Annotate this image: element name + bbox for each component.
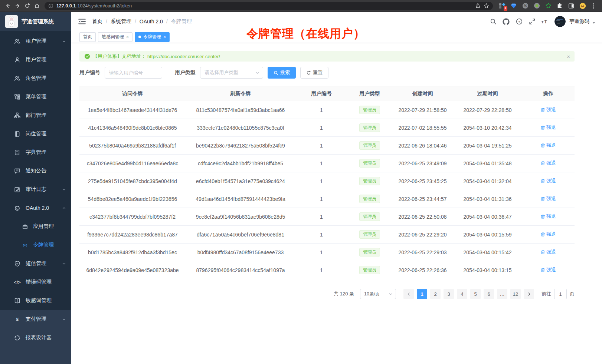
reload-icon[interactable]	[22, 1, 32, 11]
sidebar-item-16[interactable]: ¥支付管理	[0, 310, 71, 328]
cell-create-time: 2022-07-02 18:55:55	[392, 119, 453, 137]
sidebar-item-4[interactable]: 菜单管理	[0, 87, 71, 106]
breadcrumb: 首页 / 系统管理 / OAuth 2.0 / 令牌管理	[92, 18, 192, 25]
force-logout-button[interactable]: 强退	[540, 106, 556, 113]
sidebar-item-6[interactable]: 岗位管理	[0, 125, 71, 143]
fullscreen-icon[interactable]	[529, 18, 536, 25]
help-icon[interactable]: ?	[516, 18, 523, 25]
page-button-12[interactable]: 12	[510, 289, 521, 299]
sidebar-item-10[interactable]: OAuth 2.0	[0, 199, 71, 217]
cell-user-id: 1	[295, 155, 347, 172]
sidebar-item-3[interactable]: 角色管理	[0, 69, 71, 87]
sidebar-fold-icon[interactable]	[78, 17, 86, 26]
user-type-badge: 管理员	[359, 230, 380, 238]
page-button-6[interactable]: 6	[484, 289, 494, 299]
record-circle-icon[interactable]	[533, 3, 540, 9]
force-logout-button[interactable]: 强退	[540, 267, 556, 273]
page-size-select[interactable]: 10条/页	[360, 289, 396, 299]
profile-emoji-icon[interactable]	[579, 3, 586, 9]
share-icon[interactable]	[475, 3, 481, 9]
github-icon[interactable]	[503, 18, 510, 25]
close-icon[interactable]: ×	[126, 35, 129, 39]
force-logout-button[interactable]: 强退	[540, 160, 556, 166]
sidebar-item-9[interactable]: 审计日志	[0, 180, 71, 199]
bookmark-star-icon[interactable]	[484, 3, 489, 9]
reader-icon[interactable]	[568, 3, 575, 9]
gem-icon[interactable]	[510, 3, 517, 9]
green-star-icon[interactable]	[545, 3, 552, 9]
sidebar-item-17[interactable]: 报表设计器	[0, 328, 71, 347]
search-button[interactable]: 搜索	[268, 67, 296, 79]
username[interactable]: 芋道源码	[569, 18, 589, 25]
extension-grid-icon[interactable]: 9	[499, 3, 506, 9]
page-button-2[interactable]: 2	[430, 289, 441, 299]
alert-doc-link[interactable]: https://doc.iocoder.cn/user-center/	[147, 54, 220, 59]
puzzle-icon[interactable]	[556, 3, 563, 9]
search-icon[interactable]	[490, 18, 497, 25]
cell-user-id: 1	[295, 119, 347, 137]
svg-text:T: T	[544, 19, 547, 24]
page-button-4[interactable]: 4	[457, 289, 467, 299]
chevron-down-icon[interactable]	[592, 22, 595, 24]
page-button-3[interactable]: 3	[444, 289, 454, 299]
sidebar-item-5[interactable]: 部门管理	[0, 106, 71, 125]
user-avatar[interactable]	[554, 16, 566, 27]
next-page-button[interactable]	[524, 289, 534, 299]
forward-icon[interactable]	[13, 1, 22, 11]
tab-sensitive-words[interactable]: 敏感词管理 ×	[98, 32, 132, 42]
page-ellipsis[interactable]: …	[497, 289, 507, 299]
tab-home[interactable]: 首页	[79, 32, 96, 42]
goto-label: 前往	[542, 291, 551, 297]
sidebar-item-15[interactable]: 敏感词管理	[0, 291, 71, 310]
cell-access-token: 41c41346a548490f9dc8b01c6bfe0865	[79, 119, 186, 137]
force-logout-button[interactable]: 强退	[540, 124, 556, 131]
sidebar-item-13[interactable]: 短信管理	[0, 254, 71, 273]
col-create-time: 创建时间	[392, 86, 453, 101]
back-icon[interactable]	[3, 1, 13, 11]
breadcrumb-system[interactable]: 系统管理	[111, 18, 131, 25]
cell-user-type: 管理员	[347, 137, 392, 155]
sidebar-item-7[interactable]: 字典管理	[0, 143, 71, 162]
sidebar-item-8[interactable]: 通知公告	[0, 162, 71, 180]
force-logout-button[interactable]: 强退	[540, 195, 556, 202]
sidebar-item-11[interactable]: 应用管理	[0, 217, 71, 236]
goto-page-input[interactable]	[554, 289, 567, 299]
force-logout-button[interactable]: 强退	[540, 249, 556, 255]
page-button-1[interactable]: 1	[417, 289, 427, 299]
token-table: 访问令牌 刷新令牌 用户编号 用户类型 创建时间 过期时间 操作 1ea5e44…	[79, 86, 575, 279]
tenant-users-icon	[14, 38, 20, 44]
reset-button[interactable]: 重置	[300, 67, 328, 79]
page-button-5[interactable]: 5	[470, 289, 481, 299]
url-bar[interactable]: 127.0.0.1:1024/system/oauth2/token	[45, 2, 493, 10]
user-icon	[14, 57, 20, 63]
sidebar-item-1[interactable]: 租户管理	[0, 32, 71, 50]
sidebar-item-12[interactable]: 令牌管理	[0, 236, 71, 254]
force-logout-button[interactable]: 强退	[540, 142, 556, 149]
breadcrumb-home[interactable]: 首页	[92, 18, 102, 25]
sidebar-item-label: 审计日志	[26, 186, 46, 193]
font-size-icon[interactable]: TT	[542, 18, 549, 25]
sidebar-item-14[interactable]: </>错误码管理	[0, 273, 71, 291]
report-circle-icon	[14, 335, 20, 341]
sidebar-item-2[interactable]: 用户管理	[0, 50, 71, 69]
cell-access-token: 275e5de9151045fe87cbdc395e004f4d	[79, 172, 186, 190]
alert-close-icon[interactable]: ×	[567, 54, 570, 59]
user-id-input[interactable]	[105, 67, 162, 79]
force-logout-button[interactable]: 强退	[540, 231, 556, 238]
command-circle-icon[interactable]: ⌘	[522, 3, 529, 9]
user-type-select[interactable]: 请选择用户类型	[200, 67, 263, 79]
force-logout-button[interactable]: 强退	[540, 213, 556, 220]
cell-expire-time: 2054-03-10 20:42:34	[453, 119, 522, 137]
trash-icon	[540, 232, 545, 237]
tab-token-manage[interactable]: 令牌管理 ×	[135, 32, 170, 42]
force-logout-button[interactable]: 强退	[540, 178, 556, 184]
sidebar-item-label: 菜单管理	[26, 93, 46, 100]
close-icon[interactable]: ×	[163, 35, 166, 39]
app-logo[interactable]: 芋道管理系统	[0, 12, 71, 31]
home-icon[interactable]	[32, 1, 42, 11]
info-icon	[48, 3, 53, 9]
breadcrumb-oauth[interactable]: OAuth 2.0	[140, 19, 163, 24]
prev-page-button[interactable]	[403, 289, 414, 299]
code-icon: </>	[14, 279, 20, 285]
more-vertical-icon[interactable]	[591, 1, 596, 11]
